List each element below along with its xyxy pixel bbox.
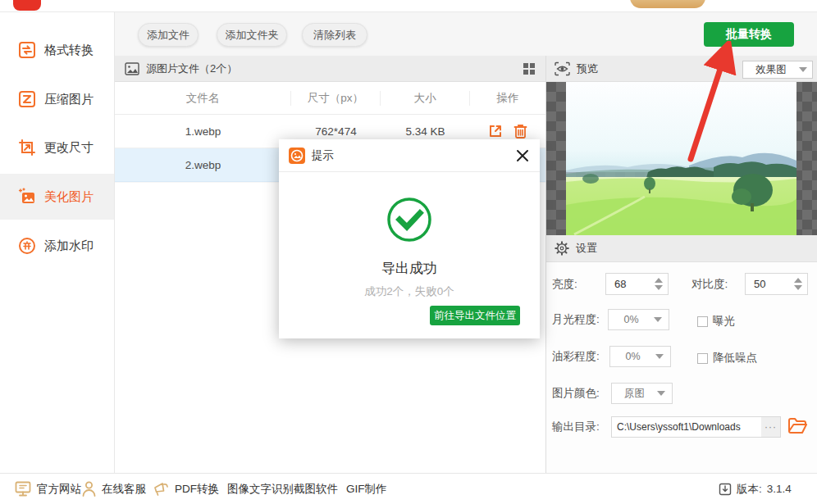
- brightness-value: 68: [606, 278, 650, 290]
- app-logo-icon: [13, 0, 41, 11]
- footer-ocr[interactable]: 图像文字识别: [227, 482, 294, 497]
- version-info: 版本: 3.1.4: [719, 482, 792, 497]
- megaphone-icon: [153, 481, 169, 497]
- sidebar-item-beautify-image[interactable]: 美化图片: [0, 174, 114, 220]
- preview-mode-value: 效果图: [743, 63, 799, 77]
- preview-area: [546, 82, 817, 235]
- row-actions: [470, 124, 545, 138]
- preview-mode-select[interactable]: 效果图: [742, 61, 813, 79]
- brightness-stepper[interactable]: 68: [605, 273, 669, 295]
- close-icon[interactable]: [515, 148, 530, 163]
- browse-more-button[interactable]: ···: [761, 416, 781, 438]
- stepper-arrows[interactable]: [789, 274, 807, 294]
- footer-link-label: 图像文字识别: [227, 482, 294, 497]
- footer-link-label: 在线客服: [102, 482, 146, 497]
- dialog-app-icon: [289, 148, 305, 164]
- footer: 官方网站 在线客服 PDF转换 图像文字识别 截图软件 GIF制作: [0, 473, 817, 504]
- add-folder-label: 添加文件夹: [226, 28, 279, 43]
- delete-icon[interactable]: [513, 124, 527, 138]
- chevron-down-icon: [655, 354, 664, 359]
- exposure-label: 曝光: [713, 314, 735, 329]
- checkbox-box: [697, 353, 708, 364]
- output-dir-input[interactable]: [611, 416, 762, 438]
- file-name: 2.webp: [115, 159, 291, 171]
- footer-link-label: PDF转换: [175, 482, 219, 497]
- footer-screenshot[interactable]: 截图软件: [294, 482, 338, 497]
- resize-icon: [18, 138, 36, 157]
- exposure-checkbox[interactable]: 曝光: [697, 314, 735, 329]
- footer-pdf-convert[interactable]: PDF转换: [153, 481, 219, 497]
- sidebar-item-resize[interactable]: 美化图片 更改尺寸: [0, 125, 114, 170]
- contrast-stepper[interactable]: 50: [745, 273, 808, 295]
- footer-online-support[interactable]: 在线客服: [82, 481, 146, 497]
- dialog-header: 提示: [279, 139, 540, 172]
- column-filename: 文件名: [115, 91, 291, 106]
- image-color-value: 原图: [612, 387, 657, 401]
- open-folder-icon[interactable]: [787, 417, 807, 435]
- image-color-select[interactable]: 原图: [611, 383, 673, 404]
- settings-title: 设置: [576, 241, 597, 256]
- arrow-down-icon: [794, 285, 802, 290]
- dialog-detail: 成功2个，失败0个: [279, 284, 540, 299]
- oilpaint-label: 油彩程度:: [552, 346, 600, 367]
- export-success-dialog: 提示 导出成功 成功2个，失败0个 前往导出文件位置: [279, 139, 540, 338]
- watermark-icon: [18, 237, 36, 255]
- checkbox-box: [697, 316, 708, 327]
- file-size: 5.34 KB: [381, 125, 470, 138]
- footer-link-label: 官方网站: [37, 482, 81, 497]
- grid-view-icon[interactable]: [523, 62, 536, 75]
- add-file-button[interactable]: 添加文件: [138, 23, 199, 47]
- column-dimensions: 尺寸（px）: [291, 91, 381, 106]
- compress-image-icon: [18, 90, 36, 108]
- download-icon: [719, 483, 732, 496]
- sidebar-item-label: 更改尺寸: [44, 140, 94, 156]
- sidebar-item-label: 美化图片: [44, 189, 94, 205]
- output-dir-label: 输出目录:: [552, 416, 600, 438]
- sidebar-item-watermark[interactable]: 添加水印: [0, 223, 114, 269]
- arrow-up-icon: [794, 278, 802, 283]
- sidebar-item-label: 压缩图片: [44, 92, 94, 107]
- sidebar: 格式转换 压缩图片 美化图片 更改尺寸 美化图片: [0, 12, 115, 473]
- table-header: 文件名 尺寸（px） 大小 操作: [115, 82, 545, 115]
- clear-list-button[interactable]: 清除列表: [302, 23, 367, 47]
- source-files-header: 源图片文件（2个）: [115, 56, 545, 82]
- denoise-checkbox[interactable]: 降低噪点: [697, 351, 757, 366]
- beautify-image-icon: [18, 188, 36, 206]
- format-convert-icon: [18, 41, 36, 59]
- arrow-down-icon: [655, 285, 663, 290]
- file-name: 1.webp: [115, 125, 291, 138]
- stepper-arrows[interactable]: [650, 274, 668, 294]
- go-to-export-location-button[interactable]: 前往导出文件位置: [430, 306, 520, 325]
- vip-button[interactable]: [630, 0, 705, 8]
- dialog-action-label: 前往导出文件位置: [434, 309, 516, 323]
- image-color-label: 图片颜色:: [552, 383, 600, 404]
- oilpaint-select[interactable]: 0%: [609, 346, 671, 367]
- image-file-icon: [125, 62, 139, 75]
- sidebar-item-label: 添加水印: [44, 238, 94, 254]
- batch-convert-button[interactable]: 批量转换: [704, 22, 794, 47]
- version-value: 3.1.4: [767, 483, 792, 495]
- moonlight-label: 月光程度:: [552, 309, 600, 330]
- ellipsis-label: ···: [765, 421, 777, 433]
- sidebar-item-format-convert[interactable]: 格式转换: [0, 27, 114, 73]
- success-check-icon: [386, 197, 432, 243]
- footer-official-site[interactable]: 官方网站: [15, 481, 81, 497]
- moonlight-value: 0%: [609, 314, 654, 325]
- clear-list-label: 清除列表: [313, 28, 356, 43]
- add-file-label: 添加文件: [147, 28, 189, 43]
- brightness-label: 亮度:: [552, 274, 577, 295]
- footer-link-label: 截图软件: [294, 482, 338, 497]
- arrow-up-icon: [655, 278, 663, 283]
- preview-image: [566, 82, 796, 235]
- moonlight-select[interactable]: 0%: [608, 309, 669, 330]
- footer-link-label: GIF制作: [346, 482, 387, 497]
- contrast-label: 对比度:: [691, 274, 728, 295]
- open-location-icon[interactable]: [488, 124, 503, 138]
- sidebar-item-compress-image[interactable]: 压缩图片: [0, 76, 114, 122]
- sidebar-item-label: 格式转换: [44, 43, 94, 58]
- person-icon: [82, 481, 96, 497]
- add-folder-button[interactable]: 添加文件夹: [217, 23, 287, 47]
- dialog-message: 导出成功: [279, 259, 540, 278]
- file-dimensions: 762*474: [291, 125, 381, 138]
- footer-gif-maker[interactable]: GIF制作: [346, 482, 387, 497]
